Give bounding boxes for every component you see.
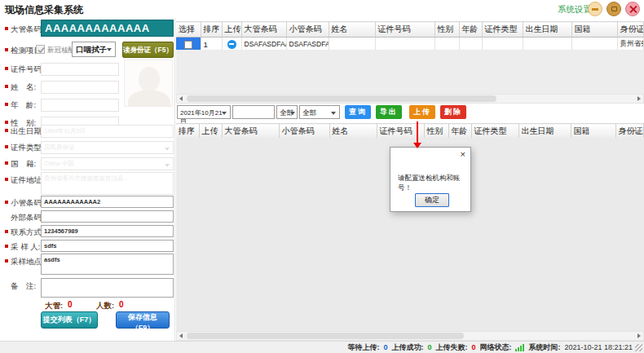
col-id-number[interactable]: 证件号码 xyxy=(375,22,434,38)
upload-success-value: 0 xyxy=(427,343,431,351)
remark-textarea[interactable] xyxy=(41,278,174,298)
keyword-input[interactable] xyxy=(232,105,275,119)
age-input[interactable] xyxy=(41,99,119,112)
delete-button[interactable]: 删除 xyxy=(440,105,466,119)
col-name[interactable]: 姓名 xyxy=(329,22,375,38)
col-nationality[interactable]: 国籍 xyxy=(571,124,615,139)
col-id-type[interactable]: 证件类型 xyxy=(471,124,518,139)
upper-table-hscrollbar[interactable] xyxy=(176,94,644,104)
col-gender[interactable]: 性别 xyxy=(434,22,459,38)
external-barcode-label: 外部条码: xyxy=(11,213,44,223)
required-marker xyxy=(5,230,8,233)
maximize-button[interactable] xyxy=(607,2,621,16)
small-barcode-input[interactable]: AAAAAAAAAAAA2 xyxy=(41,196,174,208)
col-small-barcode[interactable]: 小管条码 xyxy=(286,22,329,38)
col-big-barcode[interactable]: 大管条码 xyxy=(222,124,279,139)
covid-test-checkbox[interactable] xyxy=(36,45,45,54)
read-id-card-button[interactable]: 读身份证（F5） xyxy=(122,42,174,58)
minimize-icon xyxy=(592,8,598,11)
query-toolbar: 2021年10月21日 全部 全部 查询 导出 上传 删除 xyxy=(175,105,644,121)
save-info-button[interactable]: 保存信息（F9） xyxy=(116,311,170,329)
dialog-message: 请配置送检机构和账号！ xyxy=(398,174,470,193)
submit-list-button[interactable]: 提交列表（F7） xyxy=(41,311,98,329)
col-age[interactable]: 年龄 xyxy=(448,124,471,139)
col-name[interactable]: 姓名 xyxy=(329,124,377,139)
row-upload-cell xyxy=(222,38,241,51)
export-button[interactable]: 导出 xyxy=(376,105,402,119)
sample-site-label: 采样地点: xyxy=(11,257,44,267)
scroll-right-icon[interactable] xyxy=(637,96,641,101)
sample-site-textarea[interactable]: asdfs xyxy=(41,254,174,275)
upload-button[interactable]: 上传 xyxy=(409,105,435,119)
scroll-left-icon[interactable] xyxy=(179,96,183,101)
birth-date-label: 出生日期: xyxy=(11,126,44,137)
scroll-left-icon[interactable] xyxy=(179,333,183,338)
swab-type-select[interactable]: 口咽拭子 xyxy=(72,42,116,57)
age-label: 年 龄: xyxy=(11,100,36,111)
chevron-down-icon xyxy=(331,112,336,115)
sampler-input[interactable]: sdfs xyxy=(41,240,174,252)
system-time-value: 2021-10-21 18:21:21 xyxy=(564,343,633,351)
col-age[interactable]: 年龄 xyxy=(459,22,482,38)
contact-input[interactable]: 1234567989 xyxy=(41,225,174,237)
chevron-down-icon xyxy=(222,112,227,115)
id-number-input[interactable] xyxy=(41,63,119,76)
scrollbar-thumb[interactable] xyxy=(187,95,496,102)
alert-dialog: × 请配置送检机构和账号！ 确定 xyxy=(390,147,471,212)
dialog-ok-button[interactable]: 确定 xyxy=(415,193,449,207)
id-type-select[interactable]: 居民身份证 xyxy=(41,141,174,154)
col-seq[interactable]: 排序 xyxy=(201,22,222,38)
filter1-select[interactable]: 全部 xyxy=(276,105,298,119)
row-id-address: 贵州省务川 xyxy=(617,38,644,51)
scroll-right-icon[interactable] xyxy=(637,333,641,338)
col-seq[interactable]: 排序 xyxy=(176,124,199,139)
upload-status-icon xyxy=(227,40,236,49)
col-nationality[interactable]: 国籍 xyxy=(571,22,617,38)
people-count-label: 人数: xyxy=(96,301,114,311)
id-address-textarea[interactable]: 贵州省务川仡佬族苗族自治县… xyxy=(41,172,174,195)
upload-pointer-arrowhead xyxy=(413,143,421,148)
required-marker xyxy=(5,178,8,181)
query-button[interactable]: 查询 xyxy=(345,105,371,119)
row-checkbox[interactable] xyxy=(184,41,192,49)
row-select-cell[interactable] xyxy=(176,38,201,51)
col-gender[interactable]: 性别 xyxy=(424,124,448,139)
table-header-row: 选择 排序 上传 大管条码 小管条码 姓名 证件号码 性别 年龄 证件类型 出生… xyxy=(176,22,644,38)
uploaded-records-table: 排序 上传 大管条码 小管条码 姓名 证件号码 性别 年龄 证件类型 出生日期 … xyxy=(176,123,644,139)
col-big-barcode[interactable]: 大管条码 xyxy=(241,22,286,38)
col-id-address[interactable]: 身份证地址 xyxy=(617,22,644,38)
col-id-type[interactable]: 证件类型 xyxy=(482,22,523,38)
filter2-select[interactable]: 全部 xyxy=(299,105,340,119)
upload-success-label: 上传成功: xyxy=(391,342,423,353)
upload-pointer-arrow xyxy=(417,121,418,143)
external-barcode-input[interactable] xyxy=(41,210,174,223)
contact-label: 联系方式: xyxy=(11,227,44,238)
birth-date-input[interactable]: 1964年11月5日 xyxy=(41,125,174,138)
required-marker xyxy=(5,145,8,148)
col-id-address[interactable]: 身份证地址 xyxy=(615,124,644,139)
lower-table-hscrollbar[interactable] xyxy=(176,331,644,341)
col-upload[interactable]: 上传 xyxy=(222,22,241,38)
date-picker[interactable]: 2021年10月21日 xyxy=(177,105,231,119)
close-button[interactable] xyxy=(625,2,640,16)
col-small-barcode[interactable]: 小管条码 xyxy=(279,124,329,139)
col-birth-date[interactable]: 出生日期 xyxy=(523,22,571,38)
required-marker xyxy=(5,103,8,106)
nationality-label: 国 籍: xyxy=(11,159,36,170)
nationality-select[interactable]: China 中国 xyxy=(41,157,174,170)
dialog-close-icon[interactable]: × xyxy=(461,150,465,159)
scrollbar-thumb[interactable] xyxy=(187,333,464,339)
big-tube-count-value: 0 xyxy=(68,300,73,309)
col-upload[interactable]: 上传 xyxy=(199,124,222,139)
resize-grip[interactable] xyxy=(635,344,642,351)
system-settings-link[interactable]: 系统设置 xyxy=(558,4,592,15)
col-select[interactable]: 选择 xyxy=(176,22,201,38)
upload-failed-label: 上传失败: xyxy=(435,342,467,353)
big-barcode-label: 大管条码: xyxy=(11,24,44,35)
big-barcode-input[interactable]: AAAAAAAAAAAAA xyxy=(41,20,174,37)
network-signal-icon xyxy=(515,344,524,351)
name-input[interactable] xyxy=(41,81,119,94)
minimize-button[interactable] xyxy=(588,2,602,16)
table-row[interactable]: 1 DSAFASDFAAAS DSAFASDFAAAS1 贵州省务川 xyxy=(176,38,644,51)
col-birth-date[interactable]: 出生日期 xyxy=(518,124,571,139)
